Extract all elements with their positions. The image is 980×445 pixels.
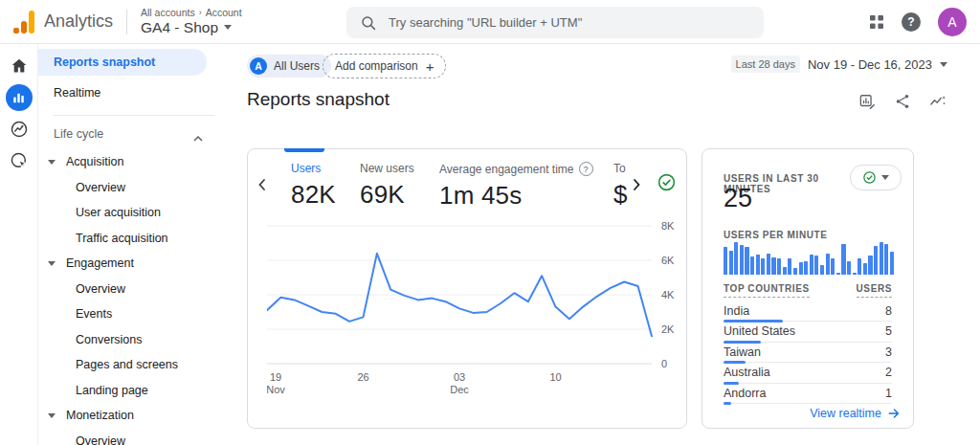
x-axis-tick-month: Dec (450, 384, 469, 395)
sidebar-item-engagement-landing-page[interactable]: Landing page (38, 378, 230, 404)
minute-bar (783, 267, 787, 276)
country-row-australia: Australia2 (724, 365, 892, 385)
sidebar-item-realtime[interactable]: Realtime (38, 79, 230, 106)
expand-triangle-icon (48, 413, 56, 418)
header-divider (126, 10, 127, 34)
sidebar-section-life-cycle[interactable]: Life cycle (38, 122, 230, 146)
country-users: 1 (885, 387, 892, 400)
minute-bar (880, 242, 883, 275)
users-header: USERS (857, 283, 892, 298)
realtime-card: USERS IN LAST 30 MINUTES 25 USERS PER MI… (702, 148, 914, 429)
minute-bar (874, 246, 878, 275)
minute-bar (729, 251, 733, 276)
sidebar-group-monetization[interactable]: Monetization (38, 403, 230, 429)
x-axis-tick: 26 (357, 371, 368, 383)
country-bar (724, 341, 761, 344)
rail-item-home[interactable] (6, 53, 33, 79)
app-header: Analytics All accounts › Account GA4 - S… (0, 0, 980, 44)
minute-bar (863, 263, 867, 275)
avatar[interactable]: A (938, 8, 967, 36)
country-users: 3 (885, 345, 892, 359)
customize-report-icon[interactable] (858, 93, 877, 111)
minute-bar (788, 258, 791, 275)
metric-users[interactable]: Users82K (291, 162, 360, 211)
sidebar-group-acquisition[interactable]: Acquisition (38, 149, 230, 175)
metrics-scroll-left-button[interactable] (256, 178, 269, 191)
country-users: 5 (885, 324, 892, 338)
collapse-chevron-icon[interactable] (193, 131, 203, 145)
country-name: Taiwan (724, 345, 761, 359)
minute-bar (745, 247, 748, 275)
sidebar-item-engagement-overview[interactable]: Overview (38, 277, 230, 302)
expand-triangle-icon (48, 261, 56, 266)
account-property-selector[interactable]: All accounts › Account GA4 - Shop (141, 7, 242, 36)
metric-value: 69K (360, 180, 439, 210)
insights-icon[interactable] (928, 92, 947, 111)
arrow-right-icon (887, 407, 901, 420)
sidebar-item-engagement-conversions[interactable]: Conversions (38, 327, 230, 353)
y-axis-tick: 0 (661, 358, 667, 369)
country-row-taiwan: Taiwan3 (724, 345, 892, 365)
search-placeholder: Try searching "URL builder + UTM" (389, 15, 582, 30)
country-users: 2 (885, 366, 892, 379)
date-preset-badge: Last 28 days (731, 56, 800, 73)
search-icon (360, 14, 377, 32)
view-realtime-link[interactable]: View realtime (810, 407, 901, 420)
rail-item-explore[interactable] (6, 116, 33, 143)
rail-item-reports[interactable] (6, 84, 33, 111)
minute-bar (810, 255, 813, 275)
dropdown-caret-icon (881, 175, 889, 180)
diagnostics-grid-icon[interactable] (869, 14, 884, 30)
minute-bar (820, 265, 824, 275)
sidebar-item-reports-snapshot[interactable]: Reports snapshot (38, 49, 207, 76)
main-content: A All Users Add comparison + Last 28 day… (230, 44, 980, 445)
explore-icon (9, 119, 30, 140)
country-track (724, 383, 892, 384)
rail-item-advertising[interactable] (6, 147, 33, 174)
search-input[interactable]: Try searching "URL builder + UTM" (346, 7, 764, 38)
users-per-minute-chart (724, 242, 894, 275)
country-row-andorra: Andorra1 (724, 386, 892, 406)
add-comparison-button[interactable]: Add comparison + (323, 54, 446, 78)
sidebar-item-acquisition-user-acquisition[interactable]: User acquisition (38, 200, 230, 226)
segment-avatar: A (250, 57, 267, 75)
metric-new-users[interactable]: New users69K (360, 162, 439, 211)
sidebar-item-acquisition-traffic-acquisition[interactable]: Traffic acquisition (38, 226, 230, 252)
y-axis-tick: 8K (661, 222, 675, 232)
sidebar-item-engagement-events[interactable]: Events (38, 301, 230, 327)
help-icon[interactable]: ? (902, 12, 921, 32)
sidebar-item-monetization-overview[interactable]: Overview (38, 429, 230, 445)
data-quality-check-icon[interactable] (657, 172, 677, 192)
sidebar-item-engagement-pages-and-screens[interactable]: Pages and screens (38, 352, 230, 378)
users-per-minute-label: USERS PER MINUTE (724, 230, 828, 240)
minute-bar (793, 268, 797, 275)
breadcrumb-accounts: All accounts (141, 7, 195, 18)
metrics-scroll-right-button[interactable] (630, 178, 643, 191)
page-title: Reports snapshot (247, 89, 390, 110)
metric-label: New users (360, 162, 439, 175)
x-axis-tick: 19 (270, 371, 281, 383)
y-axis-tick: 6K (661, 255, 675, 266)
share-icon[interactable] (894, 93, 911, 110)
minute-bar (868, 256, 872, 275)
users-line-chart: 8K6K4K2K019Nov2603Dec10 (267, 222, 696, 406)
advertising-icon (9, 150, 30, 171)
sidebar: Reports snapshot Realtime Life cycle Acq… (38, 44, 230, 445)
analytics-logo-icon[interactable] (13, 11, 34, 33)
property-name: GA4 - Shop (141, 18, 218, 36)
realtime-status-dropdown[interactable] (850, 165, 902, 190)
segment-chip-all-users[interactable]: A All Users (247, 55, 331, 78)
property-caret-icon (224, 25, 232, 30)
country-name: Andorra (724, 387, 766, 400)
metric-help-icon[interactable]: ? (579, 162, 593, 176)
country-track (724, 362, 892, 363)
metric-average-engagement-time[interactable]: Average engagement time?1m 45s (439, 162, 613, 211)
date-range-picker[interactable]: Last 28 days Nov 19 - Dec 16, 2023 (731, 56, 947, 73)
country-bar (724, 402, 731, 405)
minute-bar (847, 261, 851, 275)
sidebar-item-acquisition-overview[interactable]: Overview (38, 175, 230, 201)
metric-to[interactable]: To$ (613, 162, 631, 211)
sidebar-group-engagement[interactable]: Engagement (38, 251, 230, 277)
plus-icon: + (426, 59, 434, 74)
breadcrumb-account: Account (206, 7, 242, 18)
